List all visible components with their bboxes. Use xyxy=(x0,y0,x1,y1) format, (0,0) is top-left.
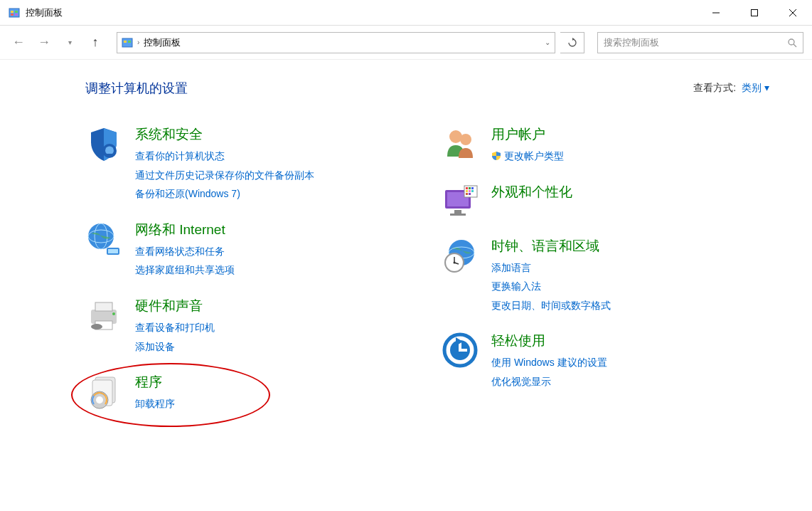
monitor-colors-icon xyxy=(442,183,479,220)
breadcrumb-text[interactable]: 控制面板 xyxy=(144,36,181,49)
category-network: 网络和 Internet 查看网络状态和任务 选择家庭组和共享选项 xyxy=(85,221,413,280)
svg-rect-6 xyxy=(752,9,758,16)
printer-icon xyxy=(85,297,122,334)
svg-point-23 xyxy=(112,312,115,315)
svg-point-29 xyxy=(449,130,462,143)
globe-network-icon xyxy=(85,221,122,258)
titlebar: 控制面板 xyxy=(0,0,812,26)
category-link[interactable]: 更换输入法 xyxy=(491,277,769,296)
category-appearance: 外观和个性化 xyxy=(442,183,769,220)
svg-rect-3 xyxy=(11,14,14,16)
programs-icon xyxy=(85,373,122,410)
svg-rect-19 xyxy=(108,249,118,253)
category-programs: 程序 卸载程序 xyxy=(85,373,413,413)
svg-rect-21 xyxy=(95,302,112,311)
svg-point-50 xyxy=(454,261,456,263)
content-area: 调整计算机的设置 查看方式: 类别 ▾ 系统和安全 查看你的计算机状态 通过文件… xyxy=(0,60,812,445)
category-title[interactable]: 程序 xyxy=(135,373,413,391)
navbar: ← → ▾ ↑ › 控制面板 ⌄ 搜索控制面板 xyxy=(0,26,812,60)
svg-rect-34 xyxy=(450,214,466,216)
control-panel-icon xyxy=(9,7,20,19)
right-column: 用户帐户 更改帐户类型 外观和个性化 xyxy=(442,125,769,431)
svg-rect-36 xyxy=(466,187,468,189)
view-by: 查看方式: 类别 ▾ xyxy=(693,82,769,95)
category-title[interactable]: 轻松使用 xyxy=(491,332,769,350)
category-ease-of-access: 轻松使用 使用 Windows 建议的设置 优化视觉显示 xyxy=(442,332,769,391)
svg-rect-41 xyxy=(471,190,474,192)
page-title: 调整计算机的设置 xyxy=(85,80,188,97)
category-link[interactable]: 更改日期、时间或数字格式 xyxy=(491,296,769,315)
chevron-right-icon: › xyxy=(137,38,139,46)
svg-rect-10 xyxy=(124,41,127,43)
svg-rect-2 xyxy=(15,11,18,13)
svg-rect-11 xyxy=(128,41,131,43)
ease-of-access-icon xyxy=(442,332,479,369)
search-input[interactable]: 搜索控制面板 xyxy=(597,32,803,53)
window-controls xyxy=(697,0,812,25)
category-title[interactable]: 时钟、语言和区域 xyxy=(491,237,769,256)
uac-shield-icon xyxy=(491,151,501,161)
category-system-security: 系统和安全 查看你的计算机状态 通过文件历史记录保存你的文件备份副本 备份和还原… xyxy=(85,125,413,204)
svg-rect-39 xyxy=(466,190,468,192)
svg-point-12 xyxy=(789,39,794,45)
chevron-down-icon[interactable]: ⌄ xyxy=(545,38,550,46)
svg-point-28 xyxy=(96,396,103,404)
category-title[interactable]: 硬件和声音 xyxy=(135,297,413,315)
category-title[interactable]: 用户帐户 xyxy=(491,125,769,144)
clock-globe-icon xyxy=(442,237,479,274)
category-title[interactable]: 网络和 Internet xyxy=(135,221,413,239)
svg-line-13 xyxy=(794,44,796,47)
category-title[interactable]: 外观和个性化 xyxy=(491,183,769,201)
category-link[interactable]: 卸载程序 xyxy=(135,394,413,413)
up-button[interactable]: ↑ xyxy=(85,33,105,53)
svg-rect-42 xyxy=(466,193,468,195)
svg-point-30 xyxy=(460,134,471,145)
window-title: 控制面板 xyxy=(26,6,697,19)
category-link[interactable]: 优化视觉显示 xyxy=(491,372,769,391)
category-clock-region: 时钟、语言和区域 添加语言 更换输入法 更改日期、时间或数字格式 xyxy=(442,237,769,315)
content-header: 调整计算机的设置 查看方式: 类别 ▾ xyxy=(85,80,769,97)
category-link[interactable]: 使用 Windows 建议的设置 xyxy=(491,353,769,372)
category-link[interactable]: 添加设备 xyxy=(135,337,413,357)
category-link[interactable]: 备份和还原(Windows 7) xyxy=(135,184,413,204)
category-link[interactable]: 查看设备和打印机 xyxy=(135,318,413,337)
svg-rect-4 xyxy=(15,14,18,16)
view-by-label: 查看方式: xyxy=(693,82,736,95)
category-hardware: 硬件和声音 查看设备和打印机 添加设备 xyxy=(85,297,413,356)
users-icon xyxy=(442,125,479,162)
svg-rect-43 xyxy=(469,193,471,195)
category-link[interactable]: 添加语言 xyxy=(491,258,769,278)
close-button[interactable] xyxy=(774,0,812,25)
svg-rect-38 xyxy=(471,187,474,189)
category-columns: 系统和安全 查看你的计算机状态 通过文件历史记录保存你的文件备份副本 备份和还原… xyxy=(85,125,769,431)
control-panel-icon xyxy=(122,37,133,48)
category-users: 用户帐户 更改帐户类型 xyxy=(442,125,769,166)
svg-rect-1 xyxy=(11,11,14,13)
shield-icon xyxy=(85,125,122,162)
svg-point-24 xyxy=(91,324,102,330)
category-link[interactable]: 选择家庭组和共享选项 xyxy=(135,260,413,280)
category-link[interactable]: 更改帐户类型 xyxy=(491,147,769,166)
svg-rect-33 xyxy=(454,210,461,214)
search-placeholder: 搜索控制面板 xyxy=(604,36,659,49)
category-link[interactable]: 通过文件历史记录保存你的文件备份副本 xyxy=(135,166,413,185)
left-column: 系统和安全 查看你的计算机状态 通过文件历史记录保存你的文件备份副本 备份和还原… xyxy=(85,125,413,431)
refresh-button[interactable] xyxy=(560,32,584,53)
category-title[interactable]: 系统和安全 xyxy=(135,125,413,144)
svg-rect-40 xyxy=(469,190,471,192)
view-by-dropdown[interactable]: 类别 ▾ xyxy=(742,82,769,95)
maximize-button[interactable] xyxy=(735,0,774,25)
category-link[interactable]: 查看网络状态和任务 xyxy=(135,242,413,261)
minimize-button[interactable] xyxy=(697,0,735,25)
breadcrumb[interactable]: › 控制面板 ⌄ xyxy=(117,32,555,53)
back-button[interactable]: ← xyxy=(9,33,28,53)
category-link[interactable]: 查看你的计算机状态 xyxy=(135,147,413,166)
recent-dropdown[interactable]: ▾ xyxy=(60,33,80,53)
search-icon xyxy=(787,38,797,48)
forward-button[interactable]: → xyxy=(34,33,54,53)
svg-rect-37 xyxy=(469,187,471,189)
